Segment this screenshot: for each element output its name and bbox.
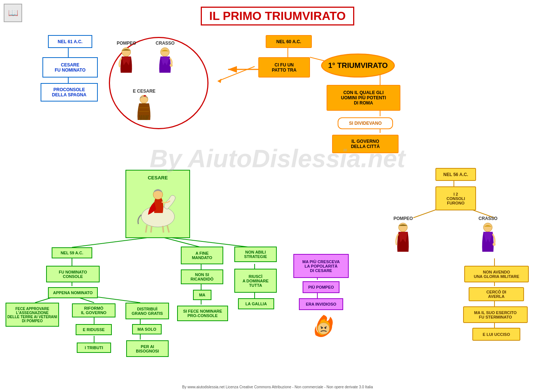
piu-pompeo-box: PIÙ POMPEO <box>303 281 339 293</box>
a-fine-mandato-box: A FINE MANDATO <box>181 247 223 264</box>
crasso-figure-top: CRASSO <box>155 41 175 76</box>
riusci-box: RIUSCÌ A DOMINARE TUTTA <box>234 269 277 293</box>
svg-point-35 <box>122 48 131 56</box>
ma-solo-box: MA SOLO <box>132 324 162 334</box>
triumvirato-ellipse: 1° TRIUMVIRATO <box>321 54 395 78</box>
pompeo-figure-top: POMPEO <box>116 41 137 76</box>
proconsole-box: PROCONSOLE DELLA SPAGNA <box>41 83 98 102</box>
svg-line-29 <box>413 209 439 218</box>
cesare-fu-nominato-box: CESARE FU NOMINATO <box>42 57 98 78</box>
appena-nominato-box: APPENA NOMINATO <box>48 287 98 298</box>
ma-esercito-box: MA IL SUO ESERCITO FU STERMINATO <box>463 306 528 323</box>
ma-piu-cresceva-box: MA PIÙ CRESCEVA LA POPOLARITÀ DI CESARE <box>293 254 349 278</box>
svg-point-54 <box>399 223 407 232</box>
non-avendo-box: NON AVENDO UNA GLORIA MILITARE <box>464 266 529 282</box>
title-section: IL PRIMO TRIUMVIRATO <box>0 0 555 25</box>
e-ridusse-box: E RIDUSSE <box>76 324 112 335</box>
si-fece-nominare-box: SI FECE NOMINARE PRO-CONSOLE <box>177 306 228 321</box>
svg-point-36 <box>161 48 169 56</box>
nel-56-box: NEL 56 A.C. <box>435 168 476 181</box>
nel-61-box: NEL 61 A.C. <box>48 35 92 48</box>
non-si-ricandido-box: NON SI RICANDIDÒ <box>181 269 223 284</box>
la-gallia-box: LA GALLIA <box>238 298 274 309</box>
page-container: 📖 IL PRIMO TRIUMVIRATO By AiutoDislessia… <box>0 0 555 392</box>
arrow-patto <box>225 64 260 75</box>
svg-point-53 <box>325 327 326 329</box>
nel-60-box: NEL 60 A.C. <box>266 35 312 48</box>
crasso-figure-right: CRASSO <box>478 216 498 255</box>
i-2-consoli-box: I 2 CONSOLI FURONO <box>435 186 476 210</box>
svg-line-45 <box>151 226 152 233</box>
i-tributi-box: I TRIBUTI <box>77 343 111 353</box>
distribui-box: DISTRIBUÌ GRANO GRATIS <box>125 303 169 319</box>
svg-line-46 <box>163 226 163 233</box>
ma-box: MA <box>193 290 211 300</box>
pompeo-figure-right: POMPEO <box>393 216 413 255</box>
e-lui-ucciso-box: E LUI UCCISO <box>472 328 520 341</box>
il-governo-box: IL GOVERNO DELLA CITTÀ <box>332 135 399 153</box>
fu-nominato-console-box: FU NOMINATO CONSOLE <box>46 266 100 282</box>
svg-point-52 <box>321 327 323 329</box>
con-quale-box: CON IL QUALE GLI UOMINI PIÙ POTENTI DI R… <box>327 85 400 111</box>
riformo-box: RIFORMÒ IL GOVERNO <box>72 303 116 317</box>
non-abili-box: NON ABILI STRATEGIE <box>234 247 277 262</box>
svg-line-44 <box>146 225 147 233</box>
si-dividevano-box: SI DIVIDEVANO <box>338 117 393 129</box>
main-title: IL PRIMO TRIUMVIRATO <box>201 7 354 25</box>
footer: By www.aiutodislessia.net Licenza Creati… <box>182 385 373 389</box>
book-icon: 📖 <box>4 4 22 22</box>
svg-line-47 <box>167 225 169 233</box>
angry-face <box>312 313 336 338</box>
ci-fu-patto-box: CI FU UN PATTO TRA <box>258 57 310 78</box>
fece-approvare-box: FECE APPROVARE L'ASSEGNAZIONE DELLE TERR… <box>6 303 59 327</box>
svg-point-56 <box>493 243 496 246</box>
nel-59-box: NEL 59 A.C. <box>52 247 92 258</box>
svg-point-37 <box>170 64 173 67</box>
svg-point-49 <box>318 323 330 334</box>
e-cesare-figure-top: E CESARE <box>133 89 155 124</box>
svg-marker-4 <box>218 79 221 83</box>
era-invidioso-box: ERA INVIDIOSO <box>299 298 343 310</box>
cerco-box: CERCÒ DI AVERLA <box>469 287 524 301</box>
per-ai-bisognosi-box: PER AI BISOGNOSI <box>126 340 169 357</box>
cesare-horse-box: CESARE <box>125 170 190 238</box>
svg-point-55 <box>483 223 492 232</box>
